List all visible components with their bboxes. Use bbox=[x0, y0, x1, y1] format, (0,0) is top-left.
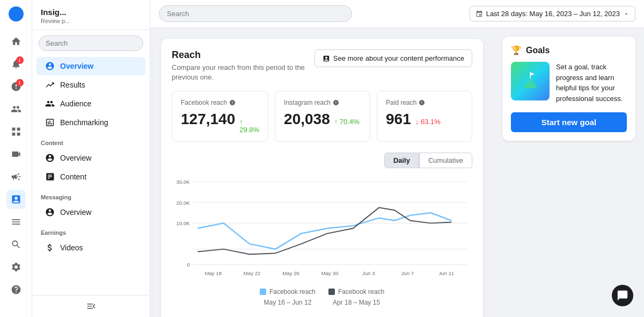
trophy-icon: 🏆 bbox=[511, 45, 522, 55]
sidebar-item-results-label: Results bbox=[60, 81, 85, 89]
nav-home-icon[interactable] bbox=[6, 32, 26, 51]
facebook-reach-value: 127,140 ↑ 29.8% bbox=[181, 111, 259, 134]
sidebar-item-messaging-overview-label: Overview bbox=[60, 208, 91, 217]
cumulative-toggle-button[interactable]: Cumulative bbox=[419, 153, 472, 168]
svg-marker-19 bbox=[530, 72, 535, 76]
paid-reach-stat: Paid reach 961 ↓ 63.1% bbox=[377, 91, 472, 142]
start-goal-button[interactable]: Start new goal bbox=[511, 112, 627, 132]
sidebar-search-input[interactable] bbox=[39, 35, 143, 51]
sidebar-subtitle: Review p... bbox=[41, 18, 141, 24]
legend-color-previous bbox=[328, 289, 335, 295]
search-input[interactable] bbox=[159, 5, 352, 22]
top-bar: Last 28 days: May 16, 2023 – Jun 12, 202… bbox=[150, 0, 644, 28]
sidebar-item-content-overview-label: Overview bbox=[60, 154, 91, 162]
facebook-reach-stat: Facebook reach 127,140 ↑ 29.8% bbox=[172, 91, 268, 142]
sidebar: Insig... Review p... Overview Results Au… bbox=[32, 0, 150, 317]
chart-area: 30.0K 20.0K 10.0K 0 May 18 May 22 May 26… bbox=[172, 175, 472, 306]
sidebar-item-audience-label: Audience bbox=[60, 99, 91, 108]
legend-item-current: Facebook reach May 16 – Jun 12 bbox=[260, 288, 316, 306]
content-performance-button[interactable]: See more about your content performance bbox=[314, 49, 472, 67]
facebook-reach-label: Facebook reach bbox=[181, 99, 259, 106]
instagram-reach-stat: Instagram reach 20,038 ↑ 70.4% bbox=[275, 91, 370, 142]
sidebar-item-earnings-videos[interactable]: Videos bbox=[36, 239, 145, 257]
nav-analytics-icon[interactable] bbox=[6, 190, 26, 209]
chart-controls: Daily Cumulative bbox=[172, 153, 472, 168]
legend-color-current bbox=[260, 289, 266, 295]
instagram-reach-label: Instagram reach bbox=[284, 99, 361, 106]
nav-alerts-icon[interactable]: 1 bbox=[6, 77, 26, 96]
support-float-button[interactable] bbox=[612, 285, 633, 306]
reach-chart: 30.0K 20.0K 10.0K 0 May 18 May 22 May 26… bbox=[172, 175, 472, 282]
svg-text:May 22: May 22 bbox=[244, 270, 261, 276]
alerts-badge: 1 bbox=[16, 79, 24, 87]
sidebar-item-results[interactable]: Results bbox=[36, 76, 145, 94]
right-panel: 🏆 Goals Set a goal, track progress and bbox=[494, 28, 644, 317]
svg-text:Jun 11: Jun 11 bbox=[438, 270, 454, 276]
paid-reach-label: Paid reach bbox=[386, 99, 463, 106]
nav-megaphone-icon[interactable] bbox=[6, 167, 26, 186]
sidebar-item-benchmarking[interactable]: Benchmarking bbox=[36, 113, 145, 132]
legend-sublabel-previous: Apr 18 – May 15 bbox=[333, 299, 380, 306]
goals-description: Set a goal, track progress and learn hel… bbox=[556, 62, 627, 104]
daily-toggle-button[interactable]: Daily bbox=[384, 153, 419, 168]
sidebar-section-content: Content bbox=[32, 132, 150, 148]
sidebar-toggle-button[interactable] bbox=[39, 301, 143, 312]
date-range-label: Last 28 days: May 16, 2023 – Jun 12, 202… bbox=[486, 10, 620, 18]
nav-video-icon[interactable] bbox=[6, 145, 26, 164]
sidebar-item-audience[interactable]: Audience bbox=[36, 95, 145, 113]
sidebar-section-earnings: Earnings bbox=[32, 222, 150, 238]
instagram-reach-change: ↑ 70.4% bbox=[334, 118, 360, 126]
svg-text:May 18: May 18 bbox=[204, 270, 222, 276]
instagram-reach-value: 20,038 ↑ 70.4% bbox=[284, 111, 361, 128]
nav-menu-icon[interactable] bbox=[6, 212, 26, 232]
app-logo[interactable] bbox=[9, 6, 24, 23]
facebook-reach-change: ↑ 29.8% bbox=[239, 118, 259, 134]
svg-marker-17 bbox=[524, 76, 535, 83]
content-area: Reach Compare your reach from this perio… bbox=[150, 28, 644, 317]
goals-illustration bbox=[511, 62, 550, 100]
legend-label-current: Facebook reach bbox=[269, 288, 316, 296]
reach-subtitle: Compare your reach from this period to t… bbox=[172, 63, 311, 82]
sidebar-item-messaging-overview[interactable]: Overview bbox=[36, 203, 145, 221]
nav-notifications-icon[interactable]: 1 bbox=[6, 54, 26, 74]
reach-card: Reach Compare your reach from this perio… bbox=[161, 39, 483, 317]
sidebar-item-content-content[interactable]: Content bbox=[36, 168, 145, 186]
goals-content: Set a goal, track progress and learn hel… bbox=[511, 62, 627, 104]
sidebar-nav: Overview Results Audience Benchmarking C… bbox=[32, 56, 150, 295]
svg-text:May 30: May 30 bbox=[321, 270, 339, 276]
reach-header: Reach Compare your reach from this perio… bbox=[172, 49, 472, 82]
svg-text:May 26: May 26 bbox=[282, 270, 299, 276]
main-content: Last 28 days: May 16, 2023 – Jun 12, 202… bbox=[150, 0, 644, 317]
nav-help-icon[interactable] bbox=[6, 280, 26, 299]
main-panel: Reach Compare your reach from this perio… bbox=[150, 28, 494, 317]
date-picker[interactable]: Last 28 days: May 16, 2023 – Jun 12, 202… bbox=[470, 6, 635, 21]
legend-item-previous: Facebook reach Apr 18 – May 15 bbox=[328, 288, 384, 306]
sidebar-item-benchmarking-label: Benchmarking bbox=[60, 118, 108, 127]
reach-title: Reach bbox=[172, 49, 311, 61]
nav-settings-icon[interactable] bbox=[6, 257, 26, 277]
nav-people-icon[interactable] bbox=[6, 99, 26, 119]
svg-text:20.0K: 20.0K bbox=[177, 200, 191, 206]
sidebar-search-container bbox=[32, 30, 150, 56]
sidebar-item-videos-label: Videos bbox=[60, 243, 83, 252]
svg-text:Jun 3: Jun 3 bbox=[362, 270, 375, 276]
sidebar-item-content-label: Content bbox=[60, 172, 86, 181]
nav-grid-icon[interactable] bbox=[6, 122, 26, 141]
left-navbar: 1 1 bbox=[0, 0, 32, 317]
paid-reach-value: 961 ↓ 63.1% bbox=[386, 111, 463, 128]
legend-sublabel-current: May 16 – Jun 12 bbox=[264, 299, 312, 306]
content-performance-label: See more about your content performance bbox=[333, 54, 464, 62]
sidebar-title: Insig... bbox=[41, 8, 141, 17]
sidebar-item-overview-label: Overview bbox=[60, 62, 93, 70]
goals-card: 🏆 Goals Set a goal, track progress and bbox=[502, 37, 635, 141]
sidebar-item-content-overview[interactable]: Overview bbox=[36, 149, 145, 167]
sidebar-header: Insig... Review p... bbox=[32, 0, 150, 30]
sidebar-item-overview[interactable]: Overview bbox=[36, 57, 145, 75]
nav-search-icon[interactable] bbox=[6, 235, 26, 254]
goals-header: 🏆 Goals bbox=[511, 45, 627, 55]
stats-row: Facebook reach 127,140 ↑ 29.8% Instagram… bbox=[172, 91, 472, 142]
svg-text:0: 0 bbox=[187, 262, 189, 268]
svg-text:Jun 7: Jun 7 bbox=[401, 270, 414, 276]
reach-header-left: Reach Compare your reach from this perio… bbox=[172, 49, 311, 82]
search-container bbox=[159, 5, 352, 22]
